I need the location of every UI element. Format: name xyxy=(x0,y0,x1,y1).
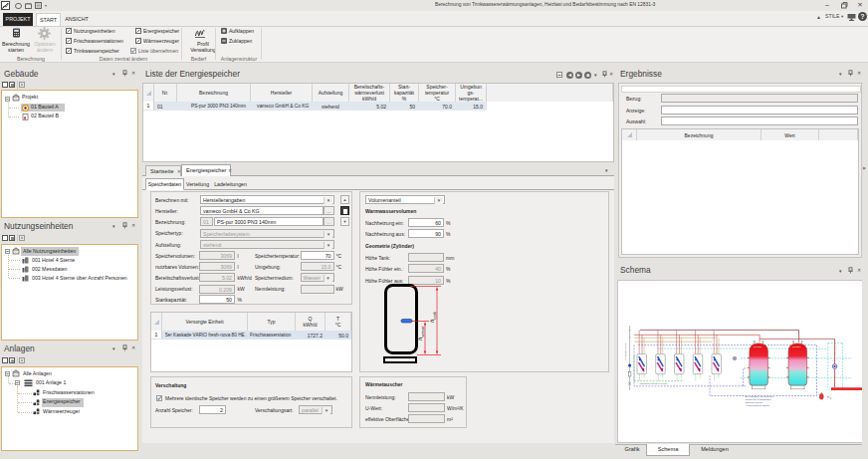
svg-text:htank: htank xyxy=(428,311,437,323)
svg-text:▾: ▾ xyxy=(830,397,832,400)
svg-text:Anschlusswerte achten: Anschlusswerte achten xyxy=(746,404,770,407)
svg-text:Zirkulation DN 20 1.2 m3/h: Zirkulation DN 20 1.2 m3/h xyxy=(640,382,668,384)
svg-text:Kaltwasser DN40: Kaltwasser DN40 xyxy=(624,343,626,360)
